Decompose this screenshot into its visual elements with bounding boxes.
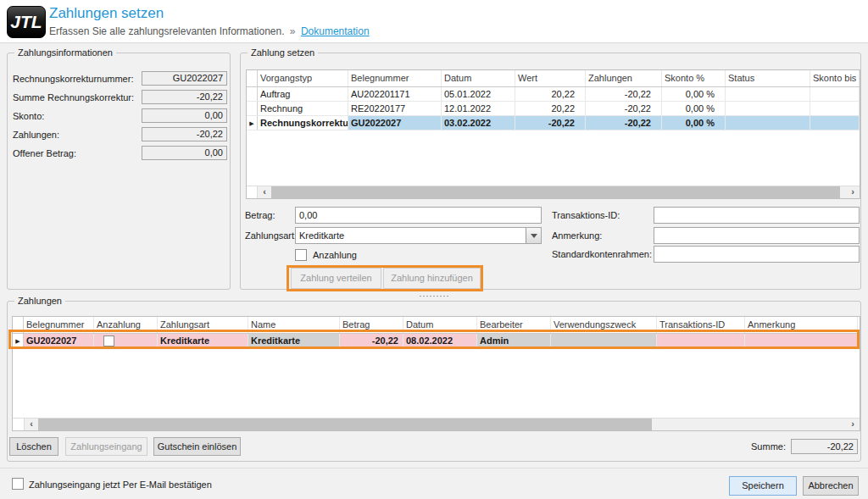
zahlungsart-dropdown[interactable]: Kreditkarte <box>295 227 542 244</box>
table-cell <box>810 87 860 101</box>
table-cell: -20,22 <box>586 87 662 101</box>
row-header-corner[interactable] <box>247 70 258 86</box>
column-header-zahlungen[interactable]: Zahlungen <box>586 70 662 86</box>
grid-corner-cell <box>13 419 25 430</box>
dropdown-button[interactable] <box>526 228 541 243</box>
column-header-vorgangstyp[interactable]: Vorgangstyp <box>258 70 348 86</box>
column-header-datum[interactable]: Datum <box>403 317 477 333</box>
table-cell: RE20220177 <box>348 102 442 115</box>
table-cell: Auftrag <box>258 87 348 101</box>
column-header-datum[interactable]: Datum <box>442 70 515 86</box>
table-cell <box>551 334 657 347</box>
table-row[interactable]: ▶RechnungskorrekturGU202202703.02.2022-2… <box>247 116 860 130</box>
documentation-link[interactable]: Dokumentation <box>301 25 370 37</box>
payment-info-row: Summe Rechnungskorrektur:-20,22 <box>13 90 227 105</box>
payments-group: Zahlungen BelegnummerAnzahlungZahlungsar… <box>7 301 861 462</box>
table-row[interactable]: ▶GU2022027KreditkarteKreditkarte-20,2208… <box>13 334 860 348</box>
table-cell: Kreditkarte <box>248 334 340 347</box>
payment-info-group-title: Zahlungsinformationen <box>14 47 116 58</box>
field-value[interactable]: GU2022027 <box>142 71 227 86</box>
field-value[interactable]: 0,00 <box>142 146 227 160</box>
table-cell <box>726 116 810 130</box>
scrollbar-track[interactable] <box>271 186 846 198</box>
field-value[interactable]: -20,22 <box>142 127 227 141</box>
anmerkung-input[interactable] <box>654 227 860 244</box>
scroll-left-icon[interactable]: ‹ <box>258 186 271 198</box>
summe-label: Summe: <box>751 438 786 455</box>
column-header-anzahlung[interactable]: Anzahlung <box>94 317 158 333</box>
table-cell: Kreditkarte <box>158 334 248 347</box>
column-header-belegnummer[interactable]: Belegnummer <box>24 317 94 333</box>
abbrechen-button[interactable]: Abbrechen <box>803 476 859 496</box>
row-indicator-icon <box>247 102 258 115</box>
column-header-name[interactable]: Name <box>248 317 340 333</box>
table-header-row: BelegnummerAnzahlungZahlungsartNameBetra… <box>13 317 860 334</box>
betrag-label: Betrag: <box>245 207 275 224</box>
standardkontenrahmen-input[interactable] <box>654 246 860 263</box>
payment-info-row: Skonto:0,00 <box>13 108 227 124</box>
table-cell: GU2022027 <box>348 116 442 130</box>
table-cell: -20,22 <box>340 334 403 347</box>
column-header-skonto-bis[interactable]: Skonto bis <box>810 70 860 86</box>
dialog-footer: Zahlungseingang jetzt Per E-Mail bestäti… <box>0 468 868 499</box>
summe-field: -20,22 <box>791 439 858 454</box>
email-confirm-checkbox[interactable] <box>12 478 24 490</box>
table-cell: 08.02.2022 <box>403 334 477 347</box>
zahlungseingang-button[interactable]: Zahlungseingang <box>65 437 147 456</box>
jtl-logo: JTL <box>7 6 46 38</box>
scrollbar-thumb[interactable] <box>271 186 840 198</box>
scroll-left-icon[interactable]: ‹ <box>25 419 38 430</box>
table-cell <box>726 102 810 115</box>
column-header-verwendungszweck[interactable]: Verwendungszweck <box>551 317 657 333</box>
table-cell: GU2022027 <box>24 334 94 347</box>
column-header-skonto[interactable]: Skonto % <box>662 70 726 86</box>
payments-grid: BelegnummerAnzahlungZahlungsartNameBetra… <box>12 316 860 431</box>
gutschein-einloesen-button[interactable]: Gutschein einlösen <box>153 437 241 456</box>
scrollbar-thumb[interactable] <box>38 419 652 430</box>
scroll-right-icon[interactable]: › <box>846 186 860 198</box>
table-cell <box>745 334 858 347</box>
field-value[interactable]: 0,00 <box>142 108 227 123</box>
scrollbar-track[interactable] <box>38 419 846 430</box>
row-indicator-icon: ▶ <box>247 116 258 130</box>
zahlung-verteilen-button[interactable]: Zahlung verteilen <box>291 268 381 289</box>
anzahlung-label: Anzahlung <box>313 247 357 263</box>
splitter-grip[interactable] <box>419 295 449 297</box>
table-cell: -20,22 <box>586 116 662 130</box>
payments-grid-hscrollbar[interactable]: ‹ › <box>13 418 860 430</box>
column-header-status[interactable]: Status <box>726 70 810 86</box>
payment-info-row: Offener Betrag:0,00 <box>13 146 227 161</box>
transaktions-id-input[interactable] <box>654 207 860 224</box>
table-cell: -20,22 <box>586 102 662 115</box>
documents-grid-hscrollbar[interactable]: ‹ › <box>247 186 860 198</box>
table-cell: 0,00 % <box>662 87 726 101</box>
field-label: Zahlungen: <box>13 127 59 142</box>
row-header-corner[interactable] <box>13 317 24 333</box>
column-header-belegnummer[interactable]: Belegnummer <box>348 70 442 86</box>
table-row[interactable]: AuftragAU20220117105.01.202220,22-20,220… <box>247 87 860 102</box>
zahlungsart-label: Zahlungsart: <box>245 227 297 244</box>
zahlung-hinzufuegen-button[interactable]: Zahlung hinzufügen <box>383 268 481 289</box>
table-cell: 12.01.2022 <box>442 102 515 115</box>
anzahlung-checkbox[interactable] <box>295 249 307 261</box>
row-indicator-icon: ▶ <box>13 334 24 347</box>
table-cell: -20,22 <box>515 116 586 130</box>
field-value[interactable]: -20,22 <box>142 90 227 104</box>
table-cell <box>726 87 810 101</box>
column-header-wert[interactable]: Wert <box>515 70 586 86</box>
column-header-transaktions-id[interactable]: Transaktions-ID <box>657 317 745 333</box>
anzahlung-checkbox[interactable] <box>103 335 114 347</box>
betrag-input[interactable]: 0,00 <box>295 207 542 224</box>
loeschen-button[interactable]: Löschen <box>9 437 58 456</box>
speichern-button[interactable]: Speichern <box>729 476 797 496</box>
table-cell <box>810 116 860 130</box>
table-row[interactable]: RechnungRE2022017712.01.202220,22-20,220… <box>247 102 860 116</box>
scroll-right-icon[interactable]: › <box>846 419 860 430</box>
column-header-betrag[interactable]: Betrag <box>340 317 403 333</box>
link-separator: » <box>290 25 296 37</box>
column-header-bearbeiter[interactable]: Bearbeiter <box>477 317 551 333</box>
column-header-zahlungsart[interactable]: Zahlungsart <box>158 317 248 333</box>
anmerkung-label: Anmerkung: <box>552 227 602 244</box>
column-header-anmerkung[interactable]: Anmerkung <box>745 317 858 333</box>
table-cell: 03.02.2022 <box>442 116 515 130</box>
